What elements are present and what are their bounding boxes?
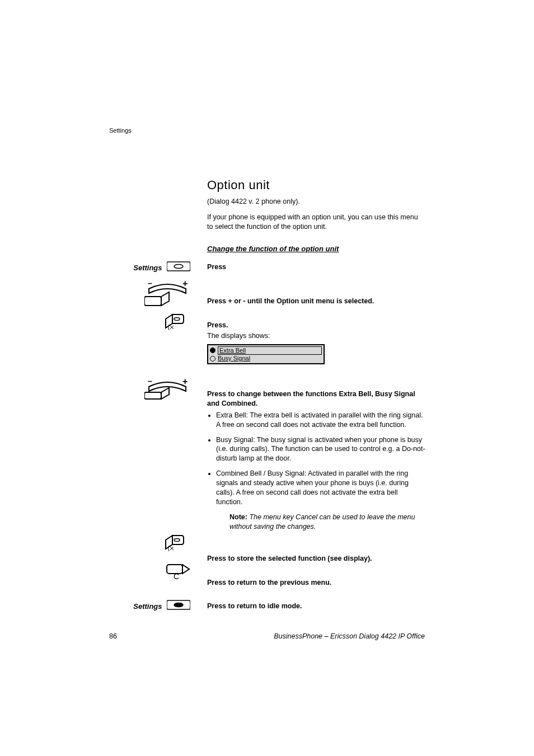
page-number: 86: [109, 632, 117, 640]
note-body: The menu key Cancel can be used to leave…: [229, 513, 415, 530]
footer-text: BusinessPhone – Ericsson Dialog 4422 IP …: [274, 632, 425, 640]
step-change-functions: Press to change between the functions Ex…: [207, 389, 425, 408]
menu-key-icon: [167, 599, 190, 613]
clear-key-icon: C: [166, 564, 190, 583]
display-box: Extra Bell Busy Signal: [207, 344, 325, 364]
step-store: Press to store the selected function (se…: [207, 554, 425, 564]
step-press: Press: [207, 262, 425, 272]
menu-key-icon: [167, 261, 190, 274]
svg-rect-3: [144, 297, 161, 306]
svg-text:C: C: [174, 572, 179, 580]
radio-filled-icon: [210, 348, 216, 353]
svg-text:+: +: [182, 280, 188, 288]
note-label: Note:: [229, 513, 247, 521]
settings-label: Settings: [133, 264, 162, 272]
bullet-list: Extra Bell: The extra bell is activated …: [207, 411, 425, 507]
intro-line-2: If your phone is equipped with an option…: [207, 213, 425, 232]
displays-shows-text: The displays shows:: [207, 332, 270, 340]
display-option-2: Busy Signal: [218, 355, 250, 362]
svg-text:–: –: [148, 378, 152, 386]
step-plus-minus: Press + or - until the Option unit menu …: [207, 297, 425, 306]
section-heading: Option unit: [207, 178, 425, 192]
step-return-previous: Press to return to the previous menu.: [207, 578, 425, 588]
svg-point-0: [174, 265, 183, 269]
step-return-idle: Press to return to idle mode.: [207, 602, 425, 611]
svg-point-11: [174, 603, 183, 607]
page: Settings Option unit (Dialog 4422 v. 2 p…: [0, 0, 534, 756]
bullet-combined: Combined Bell / Busy Signal: Activated i…: [216, 469, 425, 507]
svg-rect-7: [144, 392, 161, 399]
plus-minus-rocker-icon: – +: [144, 280, 190, 309]
running-header: Settings: [109, 127, 132, 134]
bullet-extra-bell: Extra Bell: The extra bell is activated …: [216, 411, 425, 430]
bullet-busy-signal: Busy Signal: The busy signal is activate…: [216, 435, 425, 464]
settings-label: Settings: [133, 602, 162, 611]
svg-text:–: –: [148, 280, 152, 288]
svg-text:+: +: [182, 378, 188, 386]
step-press-dot: Press.: [207, 321, 228, 329]
intro-line-1: (Dialog 4422 v. 2 phone only).: [207, 197, 425, 206]
softkey-icon: [165, 534, 190, 556]
note: Note: The menu key Cancel can be used to…: [229, 513, 425, 532]
softkey-icon: [165, 313, 190, 335]
subheading: Change the function of the option unit: [207, 245, 425, 253]
display-option-selected: Extra Bell: [218, 346, 322, 355]
radio-empty-icon: [210, 356, 216, 361]
plus-minus-rocker-icon: – +: [144, 378, 190, 402]
